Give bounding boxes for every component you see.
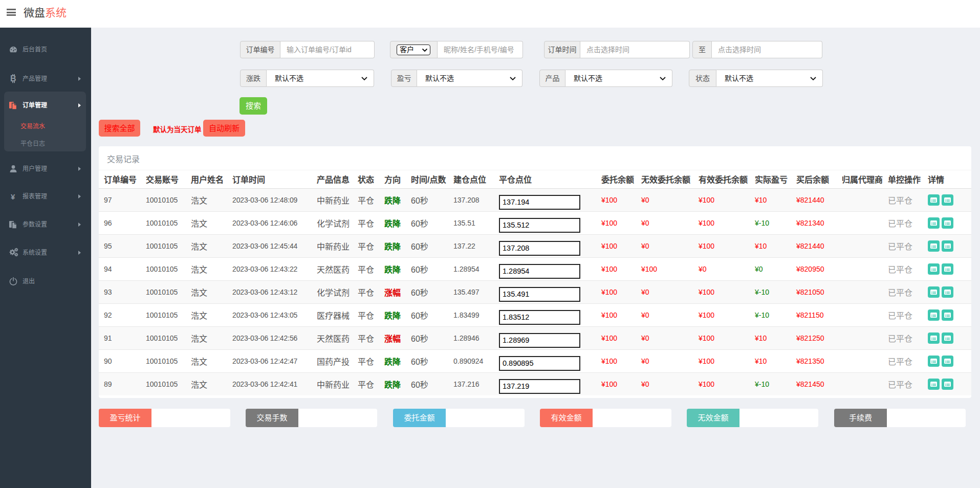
svg-text:¥: ¥ [11,192,15,201]
